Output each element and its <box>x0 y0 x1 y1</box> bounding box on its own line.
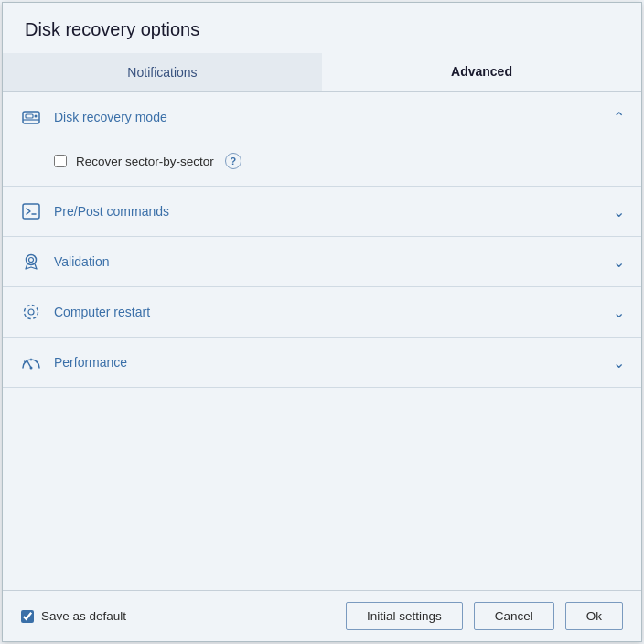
chevron-down-icon-3: ⌄ <box>613 304 625 321</box>
dialog-title: Disk recovery options <box>3 3 641 53</box>
svg-point-6 <box>27 255 37 265</box>
svg-line-13 <box>25 361 27 362</box>
section-header-disk-recovery-mode[interactable]: Disk recovery mode ⌃ <box>3 92 641 142</box>
section-title-disk-recovery-mode: Disk recovery mode <box>54 110 606 124</box>
section-disk-recovery-mode: Disk recovery mode ⌃ Recover sector-by-s… <box>3 92 641 187</box>
footer-left: Save as default <box>21 609 335 623</box>
svg-line-12 <box>37 361 38 362</box>
section-header-pre-post-commands[interactable]: Pre/Post commands ⌄ <box>3 187 641 236</box>
footer: Save as default Initial settings Cancel … <box>3 590 641 641</box>
cancel-button[interactable]: Cancel <box>474 602 554 630</box>
gauge-icon <box>19 350 43 374</box>
chevron-down-icon-4: ⌄ <box>613 354 625 371</box>
svg-point-8 <box>25 306 38 319</box>
chevron-up-icon: ⌃ <box>613 109 625 126</box>
section-header-validation[interactable]: Validation ⌄ <box>3 237 641 286</box>
section-header-performance[interactable]: Performance ⌄ <box>3 338 641 387</box>
svg-rect-1 <box>26 114 33 118</box>
ok-button[interactable]: Ok <box>565 602 623 630</box>
help-icon[interactable]: ? <box>225 153 242 169</box>
section-title-computer-restart: Computer restart <box>54 305 606 319</box>
section-pre-post-commands: Pre/Post commands ⌄ <box>3 187 641 237</box>
svg-point-10 <box>30 367 33 370</box>
section-title-performance: Performance <box>54 355 606 370</box>
save-default-checkbox[interactable] <box>21 610 34 623</box>
recover-sector-checkbox[interactable] <box>54 155 67 167</box>
svg-point-2 <box>35 115 38 118</box>
content-area: Disk recovery mode ⌃ Recover sector-by-s… <box>3 92 641 590</box>
section-validation: Validation ⌄ <box>3 237 641 287</box>
chevron-down-icon-2: ⌄ <box>613 253 625 271</box>
initial-settings-button[interactable]: Initial settings <box>346 602 463 630</box>
dialog: Disk recovery options Notifications Adva… <box>2 2 642 642</box>
tab-advanced[interactable]: Advanced <box>322 53 641 91</box>
section-header-computer-restart[interactable]: Computer restart ⌄ <box>3 287 641 337</box>
ribbon-icon <box>19 250 43 274</box>
restart-icon <box>19 300 43 324</box>
section-performance: Performance ⌄ <box>3 338 641 388</box>
chevron-down-icon-1: ⌄ <box>613 203 625 220</box>
tab-notifications[interactable]: Notifications <box>3 53 322 91</box>
section-title-pre-post-commands: Pre/Post commands <box>54 204 606 219</box>
section-computer-restart: Computer restart ⌄ <box>3 287 641 338</box>
svg-point-9 <box>28 309 34 315</box>
disk-icon <box>19 105 43 129</box>
terminal-icon <box>19 199 43 223</box>
svg-rect-4 <box>23 204 39 219</box>
recover-sector-row: Recover sector-by-sector ? <box>54 149 625 173</box>
section-title-validation: Validation <box>54 254 606 269</box>
recover-sector-label: Recover sector-by-sector <box>76 155 214 168</box>
svg-point-7 <box>29 258 34 263</box>
tabs: Notifications Advanced <box>3 53 641 92</box>
section-body-disk-recovery-mode: Recover sector-by-sector ? <box>3 142 641 186</box>
save-default-label: Save as default <box>41 609 126 623</box>
